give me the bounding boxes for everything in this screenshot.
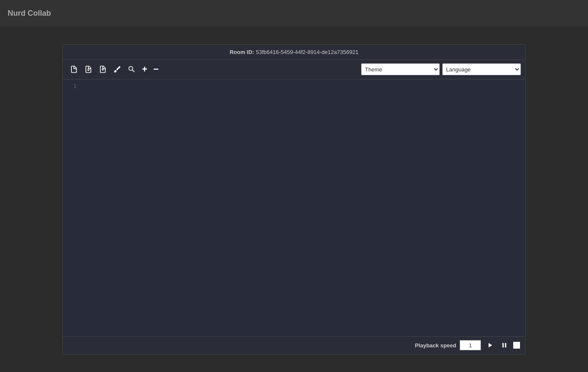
theme-select[interactable]: Theme Default Dark Light Monokai Solariz… <box>361 63 440 75</box>
search-icon[interactable] <box>125 63 139 75</box>
room-id-separator: : <box>252 49 254 55</box>
new-file-icon[interactable] <box>67 63 81 75</box>
code-area: 1 <box>63 80 525 336</box>
download-icon[interactable] <box>82 63 95 75</box>
code-editor[interactable] <box>80 80 525 336</box>
room-id-label: Room ID <box>229 49 252 55</box>
playback-speed-label: Playback speed <box>415 342 456 349</box>
editor-container: Room ID : 53fb6416-5459-44f2-8914-de12a7… <box>62 44 526 355</box>
language-select[interactable]: Language JavaScript Python Java C++ HTML… <box>442 63 521 75</box>
playback-speed-input[interactable] <box>460 340 481 350</box>
play-button[interactable] <box>484 340 495 351</box>
upload-icon[interactable] <box>96 63 110 75</box>
stop-button[interactable] <box>513 342 520 349</box>
pause-button[interactable] <box>499 340 510 351</box>
zoom-out-icon[interactable]: − <box>151 62 161 77</box>
top-bar: Nurd Collab <box>0 0 588 26</box>
bottom-bar: Playback speed <box>63 336 525 354</box>
brush-icon[interactable] <box>110 63 124 75</box>
toolbar: + − Theme Default Dark Light Monokai Sol… <box>63 60 525 80</box>
line-numbers: 1 <box>63 80 80 336</box>
app-title: Nurd Collab <box>8 9 51 18</box>
room-id-value: 53fb6416-5459-44f2-8914-de12a7356921 <box>256 49 358 55</box>
zoom-in-icon[interactable]: + <box>139 62 150 77</box>
main-content: Room ID : 53fb6416-5459-44f2-8914-de12a7… <box>0 26 588 372</box>
line-number-1: 1 <box>67 82 76 91</box>
room-id-bar: Room ID : 53fb6416-5459-44f2-8914-de12a7… <box>63 45 525 60</box>
